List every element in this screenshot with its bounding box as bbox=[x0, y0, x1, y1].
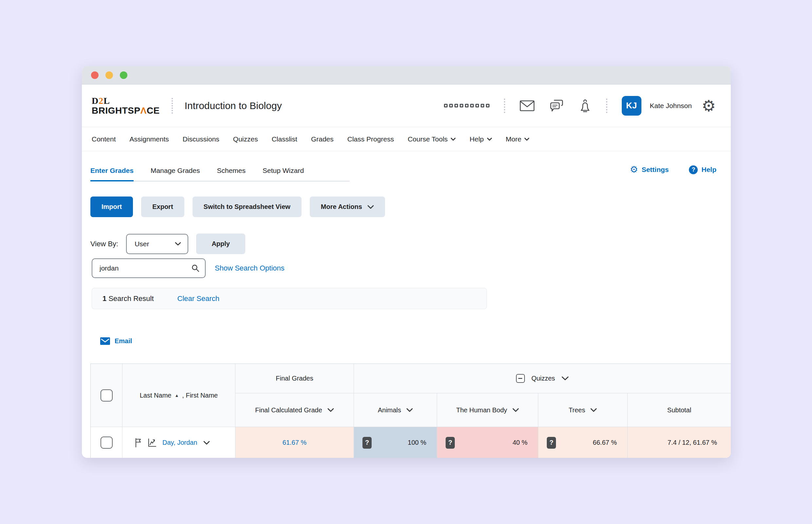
dotted-divider bbox=[606, 99, 607, 113]
tab-schemes[interactable]: Schemes bbox=[217, 167, 246, 181]
column-header-human-body[interactable]: The Human Body bbox=[437, 393, 538, 427]
select-all-cell bbox=[91, 364, 122, 427]
nav-item-course-tools[interactable]: Course Tools bbox=[408, 135, 456, 143]
class-progress-icon[interactable] bbox=[147, 438, 157, 448]
quizzes-group-header: Quizzes bbox=[354, 364, 731, 393]
dotted-divider bbox=[504, 99, 505, 113]
search-row: Show Search Options bbox=[92, 258, 731, 278]
mail-icon[interactable] bbox=[519, 100, 535, 111]
brightspace-logo[interactable]: D2L BRIGHTSPΛCE bbox=[92, 96, 160, 115]
nav-item-grades[interactable]: Grades bbox=[311, 135, 334, 143]
student-name-link[interactable]: Day, Jordan bbox=[162, 439, 197, 446]
chevron-down-icon bbox=[524, 137, 529, 141]
chevron-down-icon bbox=[450, 137, 456, 141]
logo-d2l-text: D2L bbox=[92, 96, 160, 105]
tablist: Enter Grades Manage Grades Schemes Setup… bbox=[90, 167, 350, 181]
chevron-down-icon[interactable] bbox=[562, 376, 569, 380]
chevron-down-icon[interactable] bbox=[203, 441, 210, 445]
trees-grade-cell: ? 66.67 % bbox=[538, 427, 628, 458]
view-by-label: View By: bbox=[90, 240, 118, 248]
close-window-button[interactable] bbox=[91, 71, 99, 79]
export-button[interactable]: Export bbox=[141, 197, 184, 217]
gear-icon[interactable]: ⚙ bbox=[702, 98, 716, 114]
email-envelope-icon bbox=[100, 337, 110, 345]
notifications-bell-icon[interactable] bbox=[579, 99, 592, 113]
chevron-down-icon bbox=[175, 242, 181, 246]
tab-setup-wizard[interactable]: Setup Wizard bbox=[263, 167, 304, 181]
switch-spreadsheet-view-button[interactable]: Switch to Spreadsheet View bbox=[193, 197, 301, 217]
collapse-quizzes-icon[interactable] bbox=[516, 374, 525, 383]
ungraded-status-icon[interactable]: ? bbox=[446, 437, 455, 449]
import-button[interactable]: Import bbox=[90, 197, 133, 217]
column-header-animals[interactable]: Animals bbox=[354, 393, 437, 427]
row-checkbox[interactable] bbox=[100, 437, 113, 449]
final-grades-group-header: Final Grades bbox=[235, 364, 354, 393]
animals-grade-value: 100 % bbox=[408, 439, 426, 446]
final-grade-value[interactable]: 61.67 % bbox=[283, 439, 306, 446]
animals-grade-cell: ? 100 % bbox=[354, 427, 437, 458]
search-icon[interactable] bbox=[191, 264, 200, 273]
student-name-cell: Day, Jordan bbox=[122, 427, 235, 458]
trees-grade-value: 66.67 % bbox=[593, 439, 617, 446]
minimize-window-button[interactable] bbox=[105, 71, 113, 79]
nav-item-more[interactable]: More bbox=[506, 135, 530, 143]
settings-link[interactable]: ⚙ Settings bbox=[630, 165, 669, 174]
apply-button[interactable]: Apply bbox=[196, 233, 245, 254]
search-result-count: 1 Search Result bbox=[102, 294, 154, 303]
clear-search-link[interactable]: Clear Search bbox=[178, 294, 219, 303]
column-header-subtotal: Subtotal bbox=[628, 393, 731, 427]
nav-item-class-progress[interactable]: Class Progress bbox=[347, 135, 394, 143]
sort-ascending-icon[interactable]: ▲ bbox=[175, 393, 179, 398]
tab-enter-grades[interactable]: Enter Grades bbox=[90, 167, 134, 181]
help-question-icon: ? bbox=[689, 165, 698, 174]
name-column-header[interactable]: Last Name ▲ , First Name bbox=[122, 364, 235, 427]
nav-item-quizzes[interactable]: Quizzes bbox=[233, 135, 258, 143]
nav-item-assignments[interactable]: Assignments bbox=[130, 135, 169, 143]
nav-item-help[interactable]: Help bbox=[469, 135, 492, 143]
nav-item-classlist[interactable]: Classlist bbox=[272, 135, 297, 143]
flag-icon[interactable] bbox=[134, 438, 143, 448]
ungraded-status-icon[interactable]: ? bbox=[362, 437, 371, 449]
ungraded-status-icon[interactable]: ? bbox=[547, 437, 556, 449]
human-body-grade-value: 40 % bbox=[512, 439, 528, 446]
course-title: Introduction to Biology bbox=[185, 100, 282, 111]
chevron-down-icon bbox=[327, 408, 334, 412]
column-header-trees[interactable]: Trees bbox=[538, 393, 628, 427]
column-header-final-calculated-grade[interactable]: Final Calculated Grade bbox=[235, 393, 354, 427]
tab-manage-grades[interactable]: Manage Grades bbox=[151, 167, 200, 181]
nav-item-content[interactable]: Content bbox=[92, 135, 116, 143]
user-name[interactable]: Kate Johnson bbox=[650, 102, 692, 110]
final-grade-cell: 61.67 % bbox=[235, 427, 354, 458]
chevron-down-icon bbox=[590, 408, 597, 412]
search-result-panel: 1 Search Result Clear Search bbox=[92, 288, 487, 309]
show-search-options-link[interactable]: Show Search Options bbox=[215, 264, 284, 273]
select-all-checkbox[interactable] bbox=[100, 389, 113, 402]
masthead: D2L BRIGHTSPΛCE Introduction to Biology bbox=[82, 84, 731, 127]
logo-brightspace-text: BRIGHTSPΛCE bbox=[92, 106, 160, 115]
row-select-cell bbox=[91, 427, 122, 458]
search-box bbox=[92, 258, 205, 278]
email-action[interactable]: Email bbox=[100, 337, 731, 345]
app-switcher-icon[interactable] bbox=[444, 104, 490, 108]
view-by-select[interactable]: User bbox=[126, 234, 188, 254]
view-by-row: View By: User Apply bbox=[90, 233, 731, 254]
settings-gear-icon: ⚙ bbox=[630, 165, 638, 174]
subtotal-cell: 7.4 / 12, 61.67 % bbox=[628, 427, 731, 458]
grades-table: Last Name ▲ , First Name Final Grades Qu… bbox=[90, 363, 731, 458]
dotted-divider bbox=[171, 98, 173, 114]
chevron-down-icon bbox=[367, 205, 374, 209]
more-actions-button[interactable]: More Actions bbox=[310, 197, 385, 217]
search-input[interactable] bbox=[94, 264, 179, 272]
chevron-down-icon bbox=[406, 408, 413, 412]
avatar[interactable]: KJ bbox=[622, 96, 642, 116]
chevron-down-icon bbox=[512, 408, 519, 412]
nav-item-discussions[interactable]: Discussions bbox=[183, 135, 219, 143]
help-link[interactable]: ? Help bbox=[689, 165, 716, 174]
human-body-grade-cell: ? 40 % bbox=[437, 427, 538, 458]
zoom-window-button[interactable] bbox=[120, 71, 127, 79]
grades-toolbar: Import Export Switch to Spreadsheet View… bbox=[90, 197, 731, 217]
subtotal-value: 7.4 / 12, 61.67 % bbox=[668, 439, 717, 446]
chat-icon[interactable] bbox=[549, 99, 564, 113]
chevron-down-icon bbox=[487, 137, 492, 141]
grades-tabbar: Enter Grades Manage Grades Schemes Setup… bbox=[82, 151, 731, 181]
